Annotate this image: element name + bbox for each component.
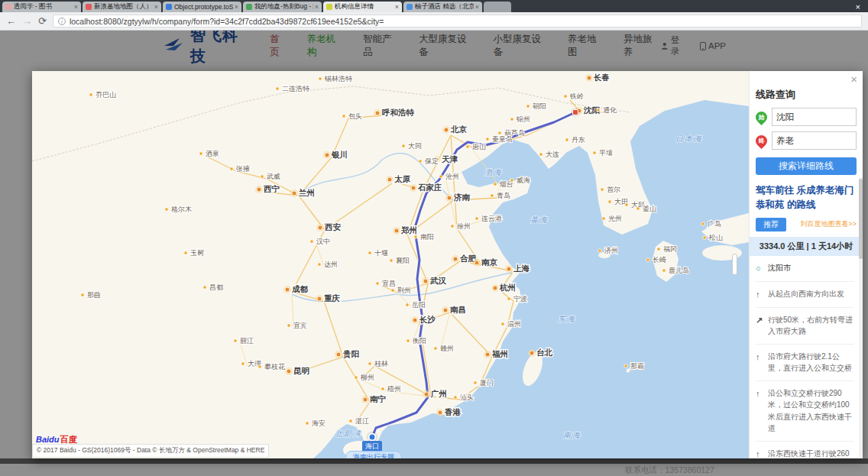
city-dot-icon (363, 397, 368, 402)
map-city-label: 酒泉 (206, 150, 219, 157)
tab-close-icon[interactable]: × (315, 3, 319, 11)
map-sea-label: 日本海 (675, 134, 703, 143)
search-route-button[interactable]: 搜索详细路线 (756, 157, 857, 175)
nav-item[interactable]: 大型康复设备 (419, 33, 475, 59)
route-step[interactable]: ↑沿东西快速干道行驶260米，过青年大街桥约520米后直行 (756, 442, 853, 458)
map-city-label: 广岛 (708, 220, 721, 228)
straight-arrow-icon: ↑ (756, 351, 763, 374)
page-footer-strip (0, 458, 868, 464)
panel-scrollbar[interactable] (859, 177, 863, 458)
city-dot-icon (439, 175, 442, 178)
window-close-icon[interactable]: × (851, 2, 865, 11)
map-city-label: 丽江 (240, 337, 254, 345)
baidu-map-link[interactable]: 到百度地图查看>> (800, 219, 857, 229)
map-city-label: 梧州 (387, 385, 401, 393)
city-dot-icon (466, 145, 469, 148)
map-city-label: 平壤 (599, 149, 613, 157)
city-dot-icon (406, 339, 410, 342)
close-icon[interactable]: × (850, 73, 857, 86)
route-summary: 3334.0 公里 | 1 天14小时 (750, 237, 863, 256)
site-logo[interactable]: 智飞科技 (162, 25, 253, 66)
map-city-label: 西安 (324, 222, 342, 232)
city-dot-icon (368, 362, 371, 365)
step-text: 行驶50米，右前方转弯进入市府大路 (768, 314, 853, 338)
city-dot-icon (486, 138, 489, 141)
route-end-marker[interactable] (368, 433, 377, 442)
app-link[interactable]: APP (700, 41, 726, 50)
nav-item[interactable]: 异地旅养 (623, 33, 661, 59)
route-start-marker[interactable] (572, 109, 578, 115)
footer-phone: 联系电话：13573860127 (625, 465, 714, 476)
address-bar[interactable]: i localhost:8080/zgtyylw/h/company/form?… (53, 15, 862, 28)
nav-item[interactable]: 首页 (270, 33, 289, 59)
city-dot-icon (539, 153, 542, 156)
nav-item[interactable]: 智能产品 (363, 33, 400, 59)
map-city-label: 青岛 (497, 192, 510, 199)
end-input[interactable] (772, 131, 857, 150)
step-text: 沈阳市 (768, 262, 791, 275)
turn-right-icon: ↗ (756, 314, 763, 338)
route-step[interactable]: ○沈阳市 (756, 256, 853, 282)
refresh-button[interactable]: ⟳ (38, 16, 47, 26)
end-row: 终 (756, 131, 857, 150)
login-link[interactable]: 登录 (661, 34, 688, 57)
map-city-label: 宜昌 (382, 280, 396, 287)
page-info-icon[interactable]: i (58, 18, 66, 25)
map-attribution: © 2017 Baidu - GS(2016)1069号 - Data © 长地… (32, 444, 269, 458)
nav-item[interactable]: 养老地图 (568, 33, 605, 59)
baidu-map[interactable]: 沈阳长春北京天津石家庄太原济南郑州西安武汉合肥南京上海杭州南昌长沙福州台北广州香… (32, 71, 749, 458)
city-dot-icon (368, 251, 371, 254)
map-city-label: 桂林 (374, 360, 388, 368)
main-nav: 首页养老机构智能产品大型康复设备小型康复设备养老地图异地旅养 (270, 33, 661, 59)
city-dot-icon (443, 308, 448, 312)
nav-item[interactable]: 养老机构 (307, 33, 345, 59)
route-step[interactable]: ↑沿公和立交桥行驶290米，过公和立交桥约100米后直行进入东西快速干道 (756, 381, 853, 442)
city-dot-icon (89, 93, 92, 96)
browser-tab[interactable]: 机构信息详情× (323, 2, 402, 12)
route-step[interactable]: ↗行驶50米，右前方转弯进入市府大路 (756, 308, 853, 345)
tab-close-icon[interactable]: × (395, 3, 399, 11)
map-city-label: 湛江 (355, 417, 369, 425)
map-city-label: 西宁 (263, 184, 280, 193)
panel-scrollbar-thumb[interactable] (859, 179, 863, 259)
tab-title: 新浪基地地图（人） (94, 2, 153, 11)
browser-tab[interactable]: 透阅学 - 图书× (2, 2, 81, 12)
recommend-badge[interactable]: 推荐 (756, 218, 786, 232)
route-step[interactable]: ↑沿市府大路行驶2.1公里，直行进入公和立交桥 (756, 345, 853, 381)
tab-close-icon[interactable]: × (74, 3, 78, 11)
partial-tab[interactable] (484, 2, 511, 12)
tab-close-icon[interactable]: × (154, 3, 158, 11)
map-city-label: 首尔 (607, 186, 620, 193)
tab-close-icon[interactable]: × (475, 3, 479, 11)
tab-title: 透阅学 - 图书 (14, 2, 73, 11)
tab-close-icon[interactable]: × (235, 3, 238, 11)
browser-tab[interactable]: 我的地盘-热刻Bug - 闲…× (243, 2, 322, 12)
browser-tab[interactable]: Object.prototype.toSt…× (163, 2, 241, 12)
city-dot-icon (203, 286, 206, 289)
map-scrollbar[interactable] (732, 254, 737, 275)
route-step[interactable]: ↑从起点向西南方向出发 (756, 282, 853, 308)
map-city-label: 大同 (408, 142, 422, 150)
nav-item[interactable]: 小型康复设备 (494, 33, 550, 59)
city-dot-icon (287, 324, 290, 327)
map-city-label: 达州 (324, 261, 338, 268)
city-dot-icon (474, 381, 477, 384)
city-dot-icon (625, 203, 628, 206)
city-dot-icon (453, 257, 458, 261)
recommend-row: 推荐 到百度地图查看>> (756, 218, 857, 232)
browser-tab[interactable]: 柚子酒店 精选（北京王…× (403, 2, 482, 12)
map-city-label: 荆州 (397, 287, 411, 294)
start-input[interactable] (772, 108, 857, 126)
map-city-label: 玉树 (190, 249, 204, 257)
city-dot-icon (507, 297, 510, 300)
map-overlay-button[interactable]: 海南出行专网 (345, 451, 402, 458)
browser-tab[interactable]: 新浪基地地图（人）× (83, 2, 161, 12)
map-city-label: 大连 (546, 151, 559, 158)
city-dot-icon (701, 222, 704, 225)
city-dot-icon (530, 351, 534, 355)
forward-button[interactable]: → (22, 16, 32, 26)
tab-favicon (406, 4, 413, 10)
city-dot-icon (657, 248, 660, 251)
city-dot-icon (498, 131, 501, 134)
back-button[interactable]: ← (6, 16, 16, 26)
